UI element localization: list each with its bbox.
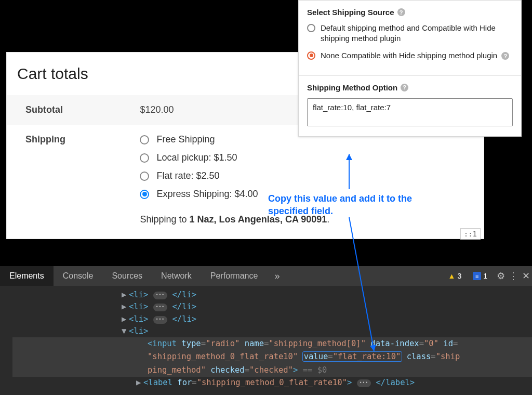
devtools-panel: Elements Console Sources Network Perform… bbox=[0, 266, 532, 395]
kebab-icon[interactable]: ⋮ bbox=[507, 270, 520, 282]
shipping-option[interactable]: Local pickup: $1.50 bbox=[140, 152, 473, 163]
message-count: 1 bbox=[483, 272, 487, 280]
message-icon: ≡ bbox=[473, 272, 481, 280]
devtools-tabs-overflow[interactable]: » bbox=[267, 271, 287, 282]
close-icon[interactable]: ✕ bbox=[520, 270, 532, 282]
source-option-label: Default shipping method and Compatible w… bbox=[321, 23, 513, 44]
warning-icon: ▲ bbox=[448, 272, 456, 280]
pseudo-selector-badge: ::1 bbox=[460, 228, 481, 240]
source-option-label: None Compatible with Hide shipping metho… bbox=[321, 51, 497, 60]
shipping-option-label: Local pickup: $1.50 bbox=[156, 152, 237, 163]
devtools-tabbar: Elements Console Sources Network Perform… bbox=[0, 266, 532, 286]
warning-count: 3 bbox=[457, 272, 461, 280]
shipping-option-label: Express Shipping: $4.00 bbox=[156, 189, 258, 200]
devtools-tab-network[interactable]: Network bbox=[152, 266, 201, 286]
selected-dom-node[interactable]: <input type="radio" name="shipping_metho… bbox=[12, 337, 532, 350]
settings-heading-source: Select Shipping Source ? bbox=[307, 8, 513, 17]
shipping-options: Free Shipping Local pickup: $1.50 Flat r… bbox=[140, 134, 473, 200]
ellipsis-icon[interactable]: ••• bbox=[153, 304, 167, 311]
shipping-option-label: Flat rate: $2.50 bbox=[156, 170, 219, 181]
shipping-option[interactable]: Flat rate: $2.50 bbox=[140, 170, 473, 181]
devtools-warnings-badge[interactable]: ▲3 bbox=[444, 270, 466, 282]
help-icon[interactable]: ? bbox=[397, 8, 405, 16]
radio-icon[interactable] bbox=[307, 51, 315, 60]
settings-heading-text: Shipping Method Option bbox=[307, 83, 397, 92]
shipping-label: Shipping bbox=[25, 134, 65, 144]
gear-icon[interactable]: ⚙ bbox=[495, 270, 507, 282]
highlighted-value-attr: value="flat_rate:10" bbox=[303, 352, 402, 361]
settings-heading-method: Shipping Method Option ? bbox=[307, 83, 513, 92]
devtools-messages-badge[interactable]: ≡1 bbox=[469, 270, 491, 282]
shipping-source-settings: Select Shipping Source ? Default shippin… bbox=[298, 0, 522, 137]
devtools-tab-performance[interactable]: Performance bbox=[201, 266, 268, 286]
ellipsis-icon[interactable]: ••• bbox=[153, 292, 167, 299]
help-icon[interactable]: ? bbox=[501, 52, 509, 60]
shipping-to-prefix: Shipping to bbox=[140, 214, 189, 225]
radio-icon[interactable] bbox=[140, 190, 149, 199]
subtotal-label: Subtotal bbox=[25, 104, 63, 115]
devtools-tab-console[interactable]: Console bbox=[54, 266, 103, 286]
source-option[interactable]: None Compatible with Hide shipping metho… bbox=[307, 50, 513, 61]
annotation-label: Copy this value and add it to the specif… bbox=[268, 192, 440, 218]
shipping-row: Shipping Free Shipping Local pickup: $1.… bbox=[7, 125, 484, 234]
source-option[interactable]: Default shipping method and Compatible w… bbox=[307, 23, 513, 44]
radio-icon[interactable] bbox=[140, 153, 149, 163]
ellipsis-icon[interactable]: ••• bbox=[153, 316, 167, 324]
help-icon[interactable]: ? bbox=[401, 84, 408, 91]
devtools-elements-tree[interactable]: ▶<li> ••• </li> ▶<li> ••• </li> ▶<li> ••… bbox=[0, 286, 532, 395]
radio-icon[interactable] bbox=[307, 24, 315, 32]
settings-heading-text: Select Shipping Source bbox=[307, 8, 394, 17]
radio-icon[interactable] bbox=[140, 172, 149, 181]
shipping-option-label: Free Shipping bbox=[156, 134, 215, 145]
devtools-tab-sources[interactable]: Sources bbox=[102, 266, 152, 286]
devtools-tab-elements[interactable]: Elements bbox=[0, 266, 54, 286]
method-option-input[interactable] bbox=[307, 98, 513, 126]
ellipsis-icon[interactable]: ••• bbox=[357, 379, 371, 387]
radio-icon[interactable] bbox=[140, 135, 149, 144]
